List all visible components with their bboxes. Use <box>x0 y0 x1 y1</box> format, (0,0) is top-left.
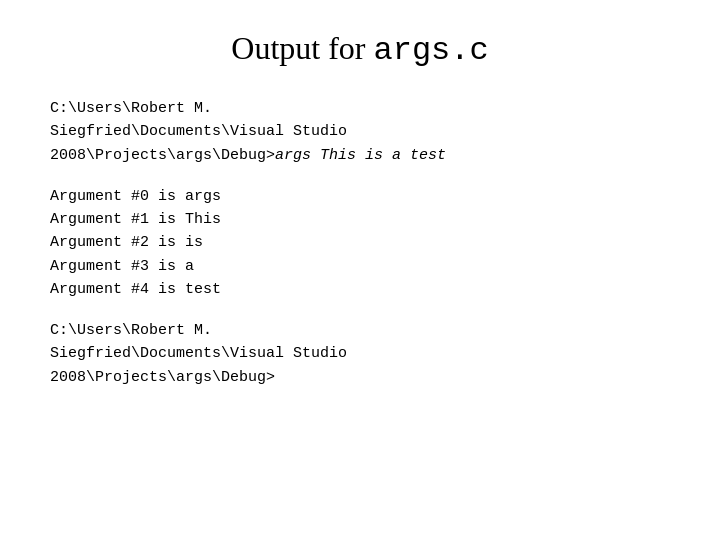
prompt-line-2: Siegfried\Documents\Visual Studio <box>50 120 670 143</box>
prompt-italic-args: args This is a test <box>275 147 446 164</box>
prompt2-line-1: C:\Users\Robert M. <box>50 319 670 342</box>
prompt-line-1: C:\Users\Robert M. <box>50 97 670 120</box>
prompt2-line-3: 2008\Projects\args\Debug> <box>50 366 670 389</box>
arg-line-1: Argument #1 is This <box>50 208 670 231</box>
arg-line-2: Argument #2 is is <box>50 231 670 254</box>
prompt2-line-2: Siegfried\Documents\Visual Studio <box>50 342 670 365</box>
prompt-block-1: C:\Users\Robert M. Siegfried\Documents\V… <box>50 97 670 167</box>
arguments-block: Argument #0 is args Argument #1 is This … <box>50 185 670 301</box>
content-area: C:\Users\Robert M. Siegfried\Documents\V… <box>50 97 670 389</box>
arg-line-3: Argument #3 is a <box>50 255 670 278</box>
prompt-static: 2008\Projects\args\Debug> <box>50 147 275 164</box>
arg-line-4: Argument #4 is test <box>50 278 670 301</box>
page: Output for args.c C:\Users\Robert M. Sie… <box>0 0 720 540</box>
prompt-block-2: C:\Users\Robert M. Siegfried\Documents\V… <box>50 319 670 389</box>
arg-line-0: Argument #0 is args <box>50 185 670 208</box>
title-prefix: Output for <box>231 30 373 66</box>
page-title: Output for args.c <box>50 30 670 69</box>
title-code: args.c <box>373 32 488 69</box>
prompt-line-3: 2008\Projects\args\Debug>args This is a … <box>50 144 670 167</box>
